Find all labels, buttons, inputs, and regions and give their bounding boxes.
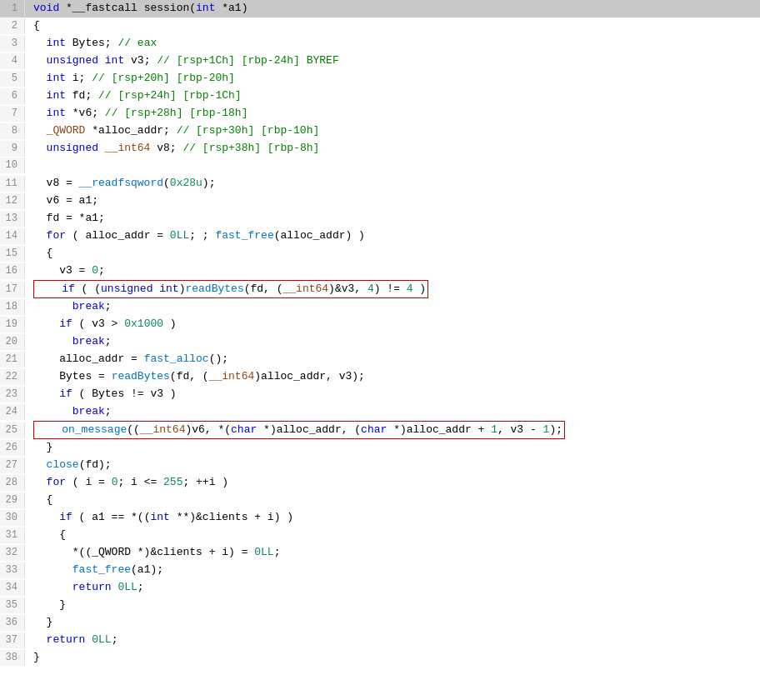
token: __int64 <box>209 370 255 382</box>
token: int <box>33 107 66 119</box>
token: *((_QWORD *)&clients + i) = <box>33 546 254 558</box>
token: return <box>33 581 112 593</box>
line-number: 1 <box>0 1 25 17</box>
token: 0LL <box>118 581 137 593</box>
token: for <box>33 229 66 242</box>
code-line-content: v8 = __readfsqword(0x28u); <box>25 175 760 192</box>
line-number: 30 <box>0 510 25 526</box>
line-number: 35 <box>0 598 25 613</box>
line-number: 31 <box>0 528 25 543</box>
token: 0LL <box>92 633 111 646</box>
token: { <box>33 528 66 541</box>
token: int <box>33 89 66 102</box>
code-line-content: *((_QWORD *)&clients + i) = 0LL; <box>25 544 760 561</box>
token: } <box>33 616 52 628</box>
token: readBytes <box>112 370 170 382</box>
token: ; <box>105 405 112 418</box>
code-line-content: _QWORD *alloc_addr; // [rsp+30h] [rbp-10… <box>25 122 760 139</box>
token: if <box>36 282 75 295</box>
table-row: 26 } <box>0 439 760 457</box>
table-row: 17 if ( (unsigned int)readBytes(fd, (__i… <box>0 280 760 298</box>
line-number: 37 <box>0 632 25 648</box>
token: { <box>33 493 52 506</box>
token: // [rsp+28h] [rbp-18h] <box>105 107 248 119</box>
table-row: 27 close(fd); <box>0 457 760 474</box>
line-number: 14 <box>0 228 25 244</box>
code-line-content: } <box>25 439 760 456</box>
code-line-content: int Bytes; // eax <box>25 35 760 52</box>
line-number: 23 <box>0 387 25 402</box>
table-row: 6 int fd; // [rsp+24h] [rbp-1Ch] <box>0 88 760 105</box>
table-row: 2{ <box>0 18 760 35</box>
token: } <box>33 598 66 611</box>
table-row: 22 Bytes = readBytes(fd, (__int64)alloc_… <box>0 368 760 386</box>
line-number: 11 <box>0 176 25 192</box>
token: ; <box>112 633 118 646</box>
token: // eax <box>118 37 157 49</box>
code-line-content: } <box>25 649 760 666</box>
token: ; <box>138 581 144 593</box>
table-row: 38} <box>0 649 760 667</box>
token: fast_free <box>215 229 273 242</box>
token: { <box>33 247 52 259</box>
token: ; <box>105 335 112 348</box>
line-number: 10 <box>0 158 25 173</box>
token: fd; <box>66 89 98 102</box>
line-number: 19 <box>0 317 25 332</box>
code-viewer: 1void *__fastcall session(int *a1)2{3 in… <box>0 0 760 700</box>
token: if <box>33 388 72 400</box>
token: fast_free <box>72 563 131 576</box>
token: ; <box>98 264 105 277</box>
token: fast_alloc <box>144 352 209 365</box>
token: *)alloc_addr, ( <box>257 423 361 436</box>
code-line-content: if ( (unsigned int)readBytes(fd, (__int6… <box>25 280 760 298</box>
token: unsigned <box>33 142 98 154</box>
table-row: 21 alloc_addr = fast_alloc(); <box>0 351 760 368</box>
token: } <box>33 441 52 453</box>
token: // [rsp+38h] [rbp-8h] <box>182 142 319 154</box>
token: 255 <box>163 476 182 488</box>
code-line-content: return 0LL; <box>25 579 760 596</box>
token: __int64 <box>98 142 150 154</box>
token: 1 <box>491 423 498 436</box>
table-row: 35 } <box>0 597 760 614</box>
token: return <box>33 633 85 646</box>
table-row: 11 v8 = __readfsqword(0x28u); <box>0 175 760 192</box>
line-number: 25 <box>0 422 25 438</box>
token: ; i <= <box>118 476 163 488</box>
token: // [rsp+30h] [rbp-10h] <box>177 124 320 137</box>
table-row: 23 if ( Bytes != v3 ) <box>0 386 760 403</box>
code-line-content: close(fd); <box>25 457 760 473</box>
line-number: 28 <box>0 475 25 491</box>
token: ) <box>413 282 427 295</box>
token: (fd, ( <box>170 370 209 382</box>
line-number: 33 <box>0 562 25 578</box>
code-line-content: break; <box>25 403 760 420</box>
token: Bytes = <box>33 370 112 382</box>
token: { <box>33 19 40 32</box>
code-line-content: for ( alloc_addr = 0LL; ; fast_free(allo… <box>25 228 760 244</box>
token: 0LL <box>254 546 273 558</box>
line-number: 26 <box>0 440 25 456</box>
token: ( ( <box>75 282 101 295</box>
table-row: 5 int i; // [rsp+20h] [rbp-20h] <box>0 70 760 88</box>
token: ( alloc_addr = <box>66 229 170 242</box>
token: i; <box>66 72 92 84</box>
token: break <box>33 335 105 348</box>
code-line-content: on_message((__int64)v6, *(char *)alloc_a… <box>25 421 760 439</box>
token: int <box>150 511 169 523</box>
token <box>33 458 47 471</box>
token: char <box>231 423 257 436</box>
code-line-content: { <box>25 245 760 262</box>
table-row: 24 break; <box>0 403 760 421</box>
token: int <box>33 37 66 49</box>
line-number: 27 <box>0 458 25 473</box>
table-row: 28 for ( i = 0; i <= 255; ++i ) <box>0 474 760 492</box>
code-line-content: { <box>25 492 760 508</box>
token: (alloc_addr) ) <box>274 229 365 242</box>
code-line-content: if ( a1 == *((int **)&clients + i) ) <box>25 509 760 526</box>
token <box>36 423 62 436</box>
table-row: 4 unsigned int v3; // [rsp+1Ch] [rbp-24h… <box>0 52 760 70</box>
token: **)&clients + i) ) <box>170 511 293 523</box>
table-row: 12 v6 = a1; <box>0 192 760 210</box>
